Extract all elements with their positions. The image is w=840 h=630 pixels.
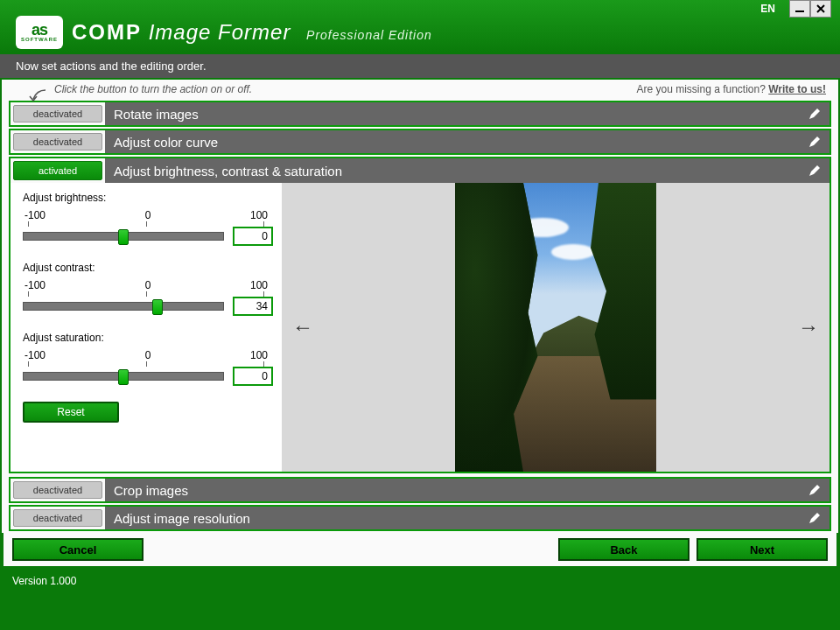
brand-badge: as SOFTWARE [16,16,63,49]
toggle-resolution[interactable]: deactivated [13,509,102,527]
edit-bcs[interactable] [800,158,830,183]
toggle-crop[interactable]: deactivated [13,481,102,499]
edit-rotate[interactable] [800,102,830,125]
arrow-down-icon [28,88,49,104]
instruction-bar: Now set actions and the editing order. [0,52,840,80]
hint-text: Click the button to turn the action on o… [54,83,252,95]
toggle-colorcurve[interactable]: deactivated [13,133,102,150]
pencil-icon [808,135,822,149]
action-title-bcs: Adjust brightness, contrast & saturation [105,158,800,183]
action-row-colorcurve: deactivated Adjust color curve [9,129,831,155]
brightness-input[interactable] [233,227,273,246]
image-preview [455,183,656,472]
saturation-block: Adjust saturation: -1000100 [23,332,270,386]
reset-button[interactable]: Reset [23,402,119,423]
cancel-button[interactable]: Cancel [12,538,144,561]
bcs-panel: Adjust brightness: -1000100 Adjust contr… [9,183,831,473]
minimize-button[interactable] [789,0,810,18]
action-title-resolution: Adjust image resolution [105,507,800,529]
brightness-thumb[interactable] [118,229,129,245]
brightness-slider[interactable] [23,232,224,241]
edit-colorcurve[interactable] [800,130,830,153]
close-button[interactable] [810,0,831,18]
saturation-thumb[interactable] [118,369,129,385]
preview-pane: ← → [282,183,830,472]
action-row-crop: deactivated Crop images [9,477,831,503]
minimize-icon [794,4,805,14]
edit-crop[interactable] [800,479,830,501]
saturation-slider[interactable] [23,372,224,381]
brightness-block: Adjust brightness: -1000100 [23,192,270,246]
contrast-block: Adjust contrast: -1000100 [23,262,270,316]
app-header: as SOFTWARE COMP Image Former Profession… [0,0,840,52]
action-row-rotate: deactivated Rotate images [9,101,831,127]
pencil-icon [808,164,822,178]
action-row-resolution: deactivated Adjust image resolution [9,505,831,531]
saturation-input[interactable] [233,367,273,386]
write-to-us-link[interactable]: Write to us! [768,83,826,95]
contrast-thumb[interactable] [152,299,163,315]
toggle-rotate[interactable]: deactivated [13,105,102,122]
version-label: Version 1.000 [0,568,840,594]
contrast-slider[interactable] [23,302,224,311]
action-title-crop: Crop images [105,479,800,501]
action-title-rotate: Rotate images [105,102,800,125]
action-title-colorcurve: Adjust color curve [105,130,800,153]
pencil-icon [808,511,822,525]
close-icon [816,4,826,14]
prev-image-arrow[interactable]: ← [292,315,313,340]
edit-resolution[interactable] [800,507,830,529]
pencil-icon [808,483,822,497]
contrast-input[interactable] [233,297,273,316]
action-row-bcs: activated Adjust brightness, contrast & … [9,157,831,183]
svg-rect-0 [795,10,804,12]
brand-text: COMP Image Former Professional Edition [72,20,432,45]
next-image-arrow[interactable]: → [798,315,819,340]
next-button[interactable]: Next [696,538,828,561]
hint-feedback: Are you missing a function? Write to us! [636,83,826,95]
back-button[interactable]: Back [558,538,690,561]
footer-nav: Cancel Back Next [2,533,838,568]
toggle-bcs[interactable]: activated [13,161,102,180]
pencil-icon [808,107,822,121]
language-badge[interactable]: EN [753,1,782,17]
